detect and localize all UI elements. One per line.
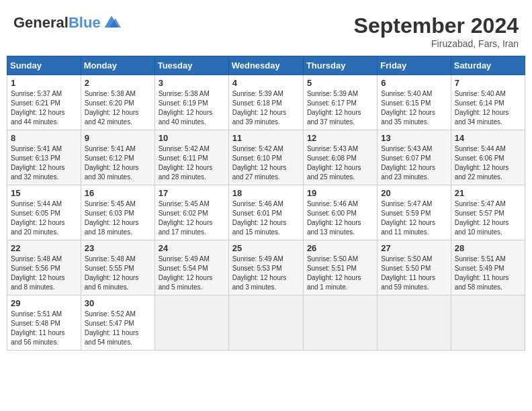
calendar-cell: 21Sunrise: 5:47 AM Sunset: 5:57 PM Dayli… [451, 185, 525, 240]
calendar-cell: 3Sunrise: 5:38 AM Sunset: 6:19 PM Daylig… [154, 75, 228, 130]
calendar-cell: 30Sunrise: 5:52 AM Sunset: 5:47 PM Dayli… [81, 295, 154, 351]
day-info: Sunrise: 5:42 AM Sunset: 6:10 PM Dayligh… [232, 144, 300, 182]
day-info: Sunrise: 5:47 AM Sunset: 5:57 PM Dayligh… [455, 199, 521, 237]
logo-text: GeneralBlue [13, 15, 101, 31]
calendar-cell: 11Sunrise: 5:42 AM Sunset: 6:10 PM Dayli… [228, 130, 303, 185]
calendar-cell: 13Sunrise: 5:43 AM Sunset: 6:07 PM Dayli… [378, 130, 451, 185]
weekday-header-row: SundayMondayTuesdayWednesdayThursdayFrid… [7, 56, 525, 75]
day-info: Sunrise: 5:40 AM Sunset: 6:14 PM Dayligh… [455, 89, 521, 127]
day-info: Sunrise: 5:51 AM Sunset: 5:49 PM Dayligh… [455, 255, 521, 292]
calendar-cell: 15Sunrise: 5:44 AM Sunset: 6:05 PM Dayli… [7, 185, 81, 240]
calendar-cell: 26Sunrise: 5:50 AM Sunset: 5:51 PM Dayli… [303, 240, 377, 295]
calendar-cell: 22Sunrise: 5:48 AM Sunset: 5:56 PM Dayli… [7, 240, 81, 295]
day-number: 30 [85, 298, 151, 308]
day-info: Sunrise: 5:41 AM Sunset: 6:13 PM Dayligh… [11, 144, 77, 182]
calendar-body: 1Sunrise: 5:37 AM Sunset: 6:21 PM Daylig… [7, 75, 525, 351]
day-number: 25 [232, 243, 300, 253]
day-number: 12 [307, 133, 373, 143]
day-number: 27 [381, 243, 447, 253]
calendar-cell: 14Sunrise: 5:44 AM Sunset: 6:06 PM Dayli… [451, 130, 525, 185]
day-info: Sunrise: 5:44 AM Sunset: 6:05 PM Dayligh… [11, 199, 77, 237]
day-number: 2 [85, 78, 151, 88]
calendar-cell [451, 295, 525, 351]
page-header: GeneralBlue September 2024 Firuzabad, Fa… [7, 7, 525, 52]
title-block: September 2024 Firuzabad, Fars, Iran [354, 13, 519, 49]
calendar-cell [154, 295, 228, 351]
calendar-cell: 16Sunrise: 5:45 AM Sunset: 6:03 PM Dayli… [81, 185, 154, 240]
calendar-week-2: 8Sunrise: 5:41 AM Sunset: 6:13 PM Daylig… [7, 130, 525, 185]
day-number: 26 [307, 243, 373, 253]
day-number: 22 [11, 243, 77, 253]
day-number: 13 [381, 133, 447, 143]
day-info: Sunrise: 5:38 AM Sunset: 6:19 PM Dayligh… [159, 89, 225, 127]
day-info: Sunrise: 5:50 AM Sunset: 5:51 PM Dayligh… [307, 255, 373, 292]
calendar-cell: 20Sunrise: 5:47 AM Sunset: 5:59 PM Dayli… [378, 185, 451, 240]
day-number: 21 [455, 188, 521, 198]
calendar-cell: 4Sunrise: 5:39 AM Sunset: 6:18 PM Daylig… [228, 75, 303, 130]
calendar-cell: 1Sunrise: 5:37 AM Sunset: 6:21 PM Daylig… [7, 75, 81, 130]
day-number: 9 [85, 133, 151, 143]
day-info: Sunrise: 5:43 AM Sunset: 6:08 PM Dayligh… [307, 144, 373, 182]
day-info: Sunrise: 5:46 AM Sunset: 6:01 PM Dayligh… [232, 199, 300, 237]
day-number: 17 [159, 188, 225, 198]
calendar-cell: 2Sunrise: 5:38 AM Sunset: 6:20 PM Daylig… [81, 75, 154, 130]
calendar-cell: 27Sunrise: 5:50 AM Sunset: 5:50 PM Dayli… [378, 240, 451, 295]
day-number: 15 [11, 188, 77, 198]
day-number: 28 [455, 243, 521, 253]
day-number: 16 [85, 188, 151, 198]
calendar-cell [378, 295, 451, 351]
day-number: 11 [232, 133, 300, 143]
day-info: Sunrise: 5:47 AM Sunset: 5:59 PM Dayligh… [381, 199, 447, 237]
day-info: Sunrise: 5:45 AM Sunset: 6:02 PM Dayligh… [159, 199, 225, 237]
day-info: Sunrise: 5:39 AM Sunset: 6:17 PM Dayligh… [307, 89, 373, 127]
day-info: Sunrise: 5:38 AM Sunset: 6:20 PM Dayligh… [85, 89, 151, 127]
weekday-monday: Monday [81, 56, 154, 75]
calendar-cell: 6Sunrise: 5:40 AM Sunset: 6:15 PM Daylig… [378, 75, 451, 130]
calendar-cell: 9Sunrise: 5:41 AM Sunset: 6:12 PM Daylig… [81, 130, 154, 185]
logo-icon [102, 13, 121, 32]
calendar-cell [303, 295, 377, 351]
calendar-cell: 17Sunrise: 5:45 AM Sunset: 6:02 PM Dayli… [154, 185, 228, 240]
day-number: 4 [232, 78, 300, 88]
calendar-cell: 29Sunrise: 5:51 AM Sunset: 5:48 PM Dayli… [7, 295, 81, 351]
day-info: Sunrise: 5:49 AM Sunset: 5:53 PM Dayligh… [232, 255, 300, 292]
calendar-cell: 12Sunrise: 5:43 AM Sunset: 6:08 PM Dayli… [303, 130, 377, 185]
weekday-sunday: Sunday [7, 56, 81, 75]
calendar-cell: 7Sunrise: 5:40 AM Sunset: 6:14 PM Daylig… [451, 75, 525, 130]
calendar-cell: 10Sunrise: 5:42 AM Sunset: 6:11 PM Dayli… [154, 130, 228, 185]
day-info: Sunrise: 5:42 AM Sunset: 6:11 PM Dayligh… [159, 144, 225, 182]
day-number: 14 [455, 133, 521, 143]
day-info: Sunrise: 5:44 AM Sunset: 6:06 PM Dayligh… [455, 144, 521, 182]
calendar-table: SundayMondayTuesdayWednesdayThursdayFrid… [7, 56, 525, 351]
day-number: 19 [307, 188, 373, 198]
day-number: 1 [11, 78, 77, 88]
day-info: Sunrise: 5:48 AM Sunset: 5:55 PM Dayligh… [85, 255, 151, 292]
calendar-cell [228, 295, 303, 351]
day-info: Sunrise: 5:49 AM Sunset: 5:54 PM Dayligh… [159, 255, 225, 292]
calendar-week-5: 29Sunrise: 5:51 AM Sunset: 5:48 PM Dayli… [7, 295, 525, 351]
calendar-cell: 5Sunrise: 5:39 AM Sunset: 6:17 PM Daylig… [303, 75, 377, 130]
day-info: Sunrise: 5:52 AM Sunset: 5:47 PM Dayligh… [85, 310, 151, 347]
calendar-week-3: 15Sunrise: 5:44 AM Sunset: 6:05 PM Dayli… [7, 185, 525, 240]
calendar-week-4: 22Sunrise: 5:48 AM Sunset: 5:56 PM Dayli… [7, 240, 525, 295]
day-number: 10 [159, 133, 225, 143]
calendar-cell: 24Sunrise: 5:49 AM Sunset: 5:54 PM Dayli… [154, 240, 228, 295]
day-info: Sunrise: 5:40 AM Sunset: 6:15 PM Dayligh… [381, 89, 447, 127]
day-number: 18 [232, 188, 300, 198]
day-info: Sunrise: 5:48 AM Sunset: 5:56 PM Dayligh… [11, 255, 77, 292]
calendar-cell: 28Sunrise: 5:51 AM Sunset: 5:49 PM Dayli… [451, 240, 525, 295]
location: Firuzabad, Fars, Iran [354, 38, 519, 49]
day-number: 8 [11, 133, 77, 143]
day-info: Sunrise: 5:43 AM Sunset: 6:07 PM Dayligh… [381, 144, 447, 182]
calendar-cell: 19Sunrise: 5:46 AM Sunset: 6:00 PM Dayli… [303, 185, 377, 240]
day-info: Sunrise: 5:51 AM Sunset: 5:48 PM Dayligh… [11, 310, 77, 347]
day-info: Sunrise: 5:37 AM Sunset: 6:21 PM Dayligh… [11, 89, 77, 127]
calendar-cell: 25Sunrise: 5:49 AM Sunset: 5:53 PM Dayli… [228, 240, 303, 295]
day-number: 24 [159, 243, 225, 253]
weekday-tuesday: Tuesday [154, 56, 228, 75]
day-info: Sunrise: 5:50 AM Sunset: 5:50 PM Dayligh… [381, 255, 447, 292]
weekday-wednesday: Wednesday [228, 56, 303, 75]
day-number: 3 [159, 78, 225, 88]
calendar-cell: 8Sunrise: 5:41 AM Sunset: 6:13 PM Daylig… [7, 130, 81, 185]
day-info: Sunrise: 5:45 AM Sunset: 6:03 PM Dayligh… [85, 199, 151, 237]
